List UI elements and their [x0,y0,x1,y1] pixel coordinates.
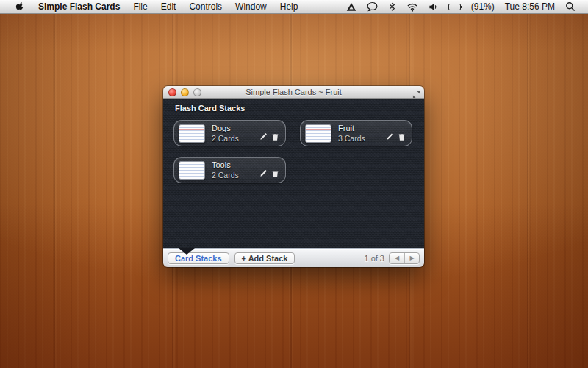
menu-bar-status: (91%) Tue 8:56 PM [341,0,588,14]
traffic-lights [163,88,201,96]
stack-name: Fruit [338,124,385,132]
panel-title: Flash Card Stacks [175,104,245,113]
active-tab-pointer [179,248,195,255]
card-stacks-button[interactable]: Card Stacks [168,252,229,264]
battery-percent: (91%) [466,0,500,14]
index-card-icon [179,161,205,180]
index-card-icon [179,124,205,143]
window-toolbar: Card Stacks + Add Stack 1 of 3 ◀ ▶ [163,248,424,267]
stack-card-fruit[interactable]: Fruit 3 Cards [300,120,412,146]
stack-card-tools[interactable]: Tools 2 Cards [173,157,286,183]
drive-icon[interactable] [341,0,362,14]
delete-trash-icon[interactable] [271,169,279,178]
menu-item-window[interactable]: Window [229,0,273,14]
battery-shape [448,4,461,10]
add-stack-button[interactable]: + Add Stack [234,252,295,264]
edit-pencil-icon[interactable] [259,132,268,141]
window-titlebar[interactable]: Simple Flash Cards ~ Fruit [163,86,424,99]
apple-icon [15,1,25,12]
edit-pencil-icon[interactable] [385,132,394,141]
menu-item-file[interactable]: File [126,0,154,14]
volume-icon[interactable] [423,0,443,14]
pager: 1 of 3 ◀ ▶ [364,252,420,264]
stack-card-dogs[interactable]: Dogs 2 Cards [173,120,286,146]
menu-item-controls[interactable]: Controls [182,0,229,14]
stacks-panel: Flash Card Stacks Dogs 2 Cards Fruit 3 C… [163,99,424,248]
minimize-button[interactable] [181,88,189,96]
window-title: Simple Flash Cards ~ Fruit [163,88,424,96]
pager-back-button[interactable]: ◀ [390,253,404,263]
menu-bar-left: Simple Flash Cards File Edit Controls Wi… [0,0,304,14]
menu-bar: Simple Flash Cards File Edit Controls Wi… [0,0,588,14]
close-button[interactable] [168,88,176,96]
stack-name: Tools [212,160,259,169]
stack-actions [259,169,279,178]
stack-text: Dogs 2 Cards [212,124,259,143]
menu-item-help[interactable]: Help [273,0,305,14]
stack-count: 2 Cards [212,171,259,180]
stack-name: Dogs [212,124,259,132]
pager-forward-button[interactable]: ▶ [404,253,419,263]
menu-clock[interactable]: Tue 8:56 PM [500,0,560,14]
edit-pencil-icon[interactable] [259,169,268,178]
zoom-button[interactable] [193,88,201,96]
wifi-icon[interactable] [401,0,423,14]
stack-actions [259,132,279,141]
delete-trash-icon[interactable] [398,132,406,141]
bluetooth-icon[interactable] [383,0,401,14]
stack-text: Tools 2 Cards [212,160,259,180]
menu-item-edit[interactable]: Edit [154,0,183,14]
stack-actions [385,132,406,141]
index-card-icon [305,124,331,143]
app-window: Simple Flash Cards ~ Fruit Flash Card St… [163,86,424,267]
pager-segmented-control: ◀ ▶ [389,252,420,264]
stack-count: 3 Cards [338,134,385,143]
pager-label: 1 of 3 [364,254,384,263]
app-menu-title[interactable]: Simple Flash Cards [32,0,126,14]
delete-trash-icon[interactable] [271,132,279,141]
spotlight-icon[interactable] [560,0,581,14]
apple-menu[interactable] [9,0,32,14]
stack-count: 2 Cards [212,134,259,143]
battery-icon[interactable] [443,0,466,14]
chat-icon[interactable] [362,0,383,14]
stack-text: Fruit 3 Cards [338,124,385,143]
